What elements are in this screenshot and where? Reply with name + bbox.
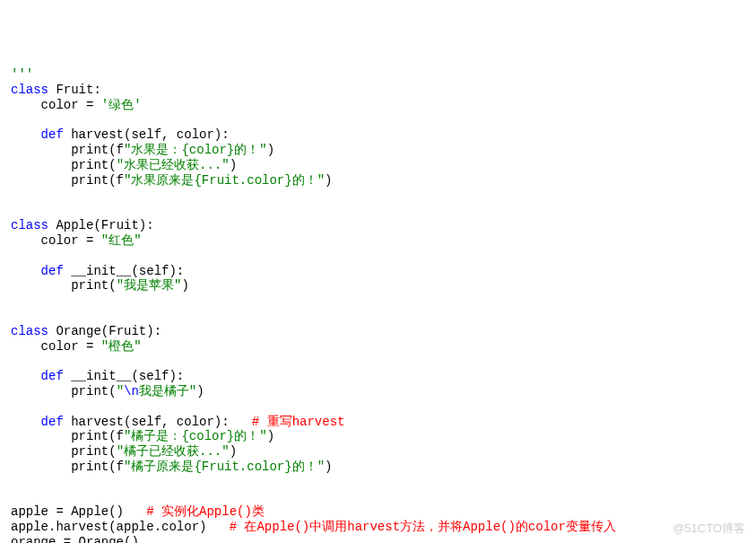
code-text: print(f [11, 173, 124, 188]
keyword-class: class [11, 83, 48, 97]
method-name: harvest(self, color): [64, 415, 252, 429]
code-text: ) [230, 158, 237, 172]
string-literal: "水果原来是{Fruit.color}的！" [124, 173, 325, 188]
keyword-def: def [11, 415, 64, 429]
string-literal: "红色" [101, 233, 142, 248]
string-literal: "橘子已经收获..." [117, 444, 230, 459]
code-text: color = [11, 98, 101, 112]
code-text: ) [267, 143, 274, 157]
code-text: print(f [11, 429, 124, 443]
code-text: print(f [11, 143, 124, 157]
string-literal: '绿色' [101, 98, 142, 112]
class-name: Fruit: [48, 83, 101, 97]
code-text: print(f [11, 460, 124, 474]
comment: # 重写harvest [252, 415, 345, 429]
code-text: apple = Apple() [11, 504, 146, 519]
code-text: ) [230, 444, 237, 459]
method-name: __init__(self): [64, 369, 184, 383]
code-text: ) [325, 460, 332, 474]
string-literal: "水果是：{color}的！" [124, 143, 267, 157]
code-text: ) [325, 173, 332, 188]
method-name: __init__(self): [64, 264, 184, 278]
code-text: print( [11, 278, 117, 293]
string-literal: "橘子是：{color}的！" [124, 429, 267, 443]
code-text: ) [267, 429, 274, 443]
class-name: Apple(Fruit): [48, 218, 154, 232]
string-literal: "橙色" [101, 339, 142, 354]
class-name: Orange(Fruit): [48, 324, 161, 338]
code-text: color = [11, 233, 101, 248]
code-text: apple.harvest(apple.color) [11, 520, 230, 534]
comment: # 在Apple()中调用harvest方法，并将Apple()的color变量… [230, 520, 616, 534]
method-name: harvest(self, color): [64, 127, 230, 142]
keyword-def: def [11, 264, 64, 278]
string-literal: "水果已经收获..." [117, 158, 230, 172]
code-text: ''' [11, 67, 33, 82]
keyword-class: class [11, 218, 48, 232]
code-block: ''' class Fruit: color = '绿色' def harves… [11, 67, 745, 543]
string-literal: 我是橘子" [139, 384, 196, 398]
keyword-def: def [11, 127, 64, 142]
string-literal: "橘子原来是{Fruit.color}的！" [124, 460, 325, 474]
keyword-def: def [11, 369, 64, 383]
code-text: orange = Orange() [11, 535, 139, 543]
string-literal: "我是苹果" [117, 278, 182, 293]
code-text: print( [11, 158, 117, 172]
code-text: ) [196, 384, 204, 398]
string-literal: " [117, 384, 124, 398]
code-text: print( [11, 384, 117, 398]
comment: # 实例化Apple()类 [146, 504, 265, 519]
code-text: ) [181, 278, 188, 293]
watermark: @51CTO博客 [673, 521, 745, 536]
code-text: print( [11, 444, 117, 459]
escape-sequence: \n [124, 384, 139, 398]
keyword-class: class [11, 324, 48, 338]
code-text: color = [11, 339, 101, 354]
